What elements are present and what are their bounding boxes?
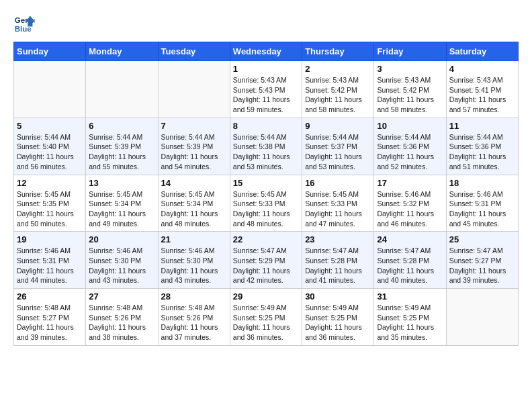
day-info: Sunrise: 5:44 AM Sunset: 5:36 PM Dayligh…	[377, 132, 443, 172]
calendar-cell	[14, 61, 86, 118]
calendar-cell: 8Sunrise: 5:44 AM Sunset: 5:38 PM Daylig…	[230, 118, 302, 175]
day-info: Sunrise: 5:45 AM Sunset: 5:33 PM Dayligh…	[305, 189, 371, 229]
day-info: Sunrise: 5:47 AM Sunset: 5:29 PM Dayligh…	[233, 246, 299, 285]
day-info: Sunrise: 5:44 AM Sunset: 5:39 PM Dayligh…	[161, 132, 227, 172]
calendar-week-row: 12Sunrise: 5:45 AM Sunset: 5:35 PM Dayli…	[14, 175, 519, 232]
day-info: Sunrise: 5:47 AM Sunset: 5:28 PM Dayligh…	[305, 246, 371, 285]
calendar-cell: 19Sunrise: 5:46 AM Sunset: 5:31 PM Dayli…	[14, 232, 86, 289]
weekday-header-sunday: Sunday	[14, 42, 86, 61]
weekday-header-monday: Monday	[86, 42, 158, 61]
day-info: Sunrise: 5:45 AM Sunset: 5:34 PM Dayligh…	[89, 189, 154, 229]
day-number: 24	[377, 234, 443, 244]
day-info: Sunrise: 5:44 AM Sunset: 5:37 PM Dayligh…	[305, 132, 371, 172]
day-info: Sunrise: 5:46 AM Sunset: 5:31 PM Dayligh…	[17, 246, 83, 285]
logo: General Blue	[13, 13, 35, 35]
day-info: Sunrise: 5:46 AM Sunset: 5:30 PM Dayligh…	[89, 246, 154, 285]
calendar-cell: 25Sunrise: 5:47 AM Sunset: 5:27 PM Dayli…	[446, 232, 518, 289]
day-number: 18	[449, 178, 515, 188]
calendar-cell: 23Sunrise: 5:47 AM Sunset: 5:28 PM Dayli…	[302, 232, 374, 289]
day-info: Sunrise: 5:45 AM Sunset: 5:33 PM Dayligh…	[233, 189, 299, 229]
calendar-cell: 3Sunrise: 5:43 AM Sunset: 5:42 PM Daylig…	[374, 61, 446, 118]
calendar-cell: 12Sunrise: 5:45 AM Sunset: 5:35 PM Dayli…	[14, 175, 86, 232]
day-number: 7	[161, 121, 227, 131]
calendar-week-row: 19Sunrise: 5:46 AM Sunset: 5:31 PM Dayli…	[14, 232, 519, 289]
calendar-cell: 15Sunrise: 5:45 AM Sunset: 5:33 PM Dayli…	[230, 175, 302, 232]
day-info: Sunrise: 5:45 AM Sunset: 5:34 PM Dayligh…	[161, 189, 227, 229]
day-info: Sunrise: 5:48 AM Sunset: 5:26 PM Dayligh…	[161, 303, 227, 342]
day-info: Sunrise: 5:43 AM Sunset: 5:42 PM Dayligh…	[305, 75, 371, 115]
day-info: Sunrise: 5:49 AM Sunset: 5:25 PM Dayligh…	[377, 303, 443, 342]
calendar-cell	[86, 61, 158, 118]
calendar-cell	[158, 61, 230, 118]
day-info: Sunrise: 5:49 AM Sunset: 5:25 PM Dayligh…	[305, 303, 371, 342]
day-number: 11	[449, 121, 515, 131]
weekday-header-wednesday: Wednesday	[230, 42, 302, 61]
day-number: 30	[305, 291, 371, 302]
weekday-header-saturday: Saturday	[446, 42, 518, 61]
day-info: Sunrise: 5:46 AM Sunset: 5:31 PM Dayligh…	[449, 189, 515, 229]
day-number: 29	[233, 291, 299, 302]
calendar-cell: 2Sunrise: 5:43 AM Sunset: 5:42 PM Daylig…	[302, 61, 374, 118]
day-number: 28	[161, 291, 227, 302]
day-number: 13	[89, 178, 154, 188]
calendar-week-row: 26Sunrise: 5:48 AM Sunset: 5:27 PM Dayli…	[14, 289, 519, 346]
day-number: 19	[17, 234, 83, 244]
calendar-cell: 4Sunrise: 5:43 AM Sunset: 5:41 PM Daylig…	[446, 61, 518, 118]
day-number: 5	[17, 121, 83, 131]
day-number: 17	[377, 178, 443, 188]
day-info: Sunrise: 5:47 AM Sunset: 5:28 PM Dayligh…	[377, 246, 443, 285]
calendar-cell: 22Sunrise: 5:47 AM Sunset: 5:29 PM Dayli…	[230, 232, 302, 289]
calendar-cell: 9Sunrise: 5:44 AM Sunset: 5:37 PM Daylig…	[302, 118, 374, 175]
calendar-cell: 17Sunrise: 5:46 AM Sunset: 5:32 PM Dayli…	[374, 175, 446, 232]
calendar-cell: 30Sunrise: 5:49 AM Sunset: 5:25 PM Dayli…	[302, 289, 374, 346]
day-number: 27	[89, 291, 154, 302]
calendar-cell: 16Sunrise: 5:45 AM Sunset: 5:33 PM Dayli…	[302, 175, 374, 232]
day-info: Sunrise: 5:45 AM Sunset: 5:35 PM Dayligh…	[17, 189, 83, 229]
weekday-header-friday: Friday	[374, 42, 446, 61]
calendar-cell: 27Sunrise: 5:48 AM Sunset: 5:26 PM Dayli…	[86, 289, 158, 346]
weekday-header-row: SundayMondayTuesdayWednesdayThursdayFrid…	[14, 42, 519, 61]
calendar-cell: 5Sunrise: 5:44 AM Sunset: 5:40 PM Daylig…	[14, 118, 86, 175]
day-info: Sunrise: 5:44 AM Sunset: 5:39 PM Dayligh…	[89, 132, 154, 172]
calendar-cell: 7Sunrise: 5:44 AM Sunset: 5:39 PM Daylig…	[158, 118, 230, 175]
calendar-cell: 14Sunrise: 5:45 AM Sunset: 5:34 PM Dayli…	[158, 175, 230, 232]
day-number: 16	[305, 178, 371, 188]
calendar-cell: 10Sunrise: 5:44 AM Sunset: 5:36 PM Dayli…	[374, 118, 446, 175]
calendar-table: SundayMondayTuesdayWednesdayThursdayFrid…	[13, 42, 519, 346]
day-info: Sunrise: 5:46 AM Sunset: 5:32 PM Dayligh…	[377, 189, 443, 229]
calendar-cell: 6Sunrise: 5:44 AM Sunset: 5:39 PM Daylig…	[86, 118, 158, 175]
day-number: 23	[305, 234, 371, 244]
calendar-cell: 28Sunrise: 5:48 AM Sunset: 5:26 PM Dayli…	[158, 289, 230, 346]
day-number: 10	[377, 121, 443, 131]
day-number: 14	[161, 178, 227, 188]
calendar-cell: 20Sunrise: 5:46 AM Sunset: 5:30 PM Dayli…	[86, 232, 158, 289]
day-info: Sunrise: 5:43 AM Sunset: 5:42 PM Dayligh…	[377, 75, 443, 115]
day-number: 22	[233, 234, 299, 244]
day-number: 21	[161, 234, 227, 244]
calendar-cell: 31Sunrise: 5:49 AM Sunset: 5:25 PM Dayli…	[374, 289, 446, 346]
weekday-header-thursday: Thursday	[302, 42, 374, 61]
day-info: Sunrise: 5:44 AM Sunset: 5:38 PM Dayligh…	[233, 132, 299, 172]
calendar-cell: 21Sunrise: 5:46 AM Sunset: 5:30 PM Dayli…	[158, 232, 230, 289]
day-info: Sunrise: 5:43 AM Sunset: 5:43 PM Dayligh…	[233, 75, 299, 115]
day-number: 9	[305, 121, 371, 131]
calendar-cell: 18Sunrise: 5:46 AM Sunset: 5:31 PM Dayli…	[446, 175, 518, 232]
day-number: 26	[17, 291, 83, 302]
day-info: Sunrise: 5:44 AM Sunset: 5:36 PM Dayligh…	[449, 132, 515, 172]
day-number: 6	[89, 121, 154, 131]
day-info: Sunrise: 5:43 AM Sunset: 5:41 PM Dayligh…	[449, 75, 515, 115]
calendar-cell: 13Sunrise: 5:45 AM Sunset: 5:34 PM Dayli…	[86, 175, 158, 232]
calendar-cell: 1Sunrise: 5:43 AM Sunset: 5:43 PM Daylig…	[230, 61, 302, 118]
weekday-header-tuesday: Tuesday	[158, 42, 230, 61]
day-number: 20	[89, 234, 154, 244]
calendar-cell: 24Sunrise: 5:47 AM Sunset: 5:28 PM Dayli…	[374, 232, 446, 289]
day-number: 2	[305, 64, 371, 74]
day-number: 15	[233, 178, 299, 188]
day-number: 25	[449, 234, 515, 244]
calendar-cell: 26Sunrise: 5:48 AM Sunset: 5:27 PM Dayli…	[14, 289, 86, 346]
calendar-week-row: 5Sunrise: 5:44 AM Sunset: 5:40 PM Daylig…	[14, 118, 519, 175]
day-number: 4	[449, 64, 515, 74]
day-info: Sunrise: 5:46 AM Sunset: 5:30 PM Dayligh…	[161, 246, 227, 285]
logo-icon: General Blue	[13, 13, 35, 35]
day-number: 31	[377, 291, 443, 302]
